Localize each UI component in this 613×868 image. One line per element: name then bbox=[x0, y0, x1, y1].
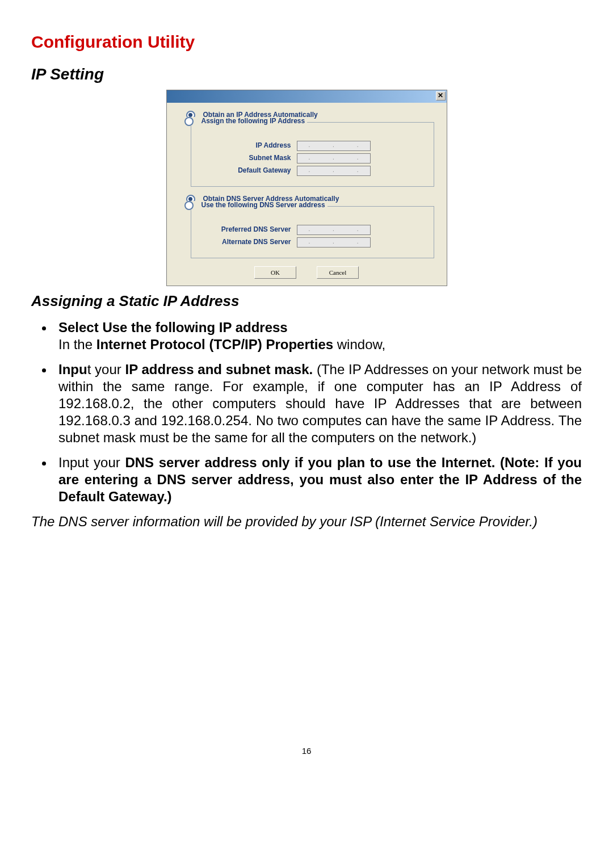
page-number: 16 bbox=[31, 746, 582, 757]
bullet-bold: Internet Protocol (TCP/IP) Properties bbox=[96, 337, 333, 352]
field-row-gateway: Default Gateway ... bbox=[200, 166, 425, 176]
field-row-ip-address: IP Address ... bbox=[200, 141, 425, 151]
field-label: Subnet Mask bbox=[200, 154, 297, 162]
fieldset-dns-manual: Use the following DNS Server address Pre… bbox=[191, 206, 434, 258]
field-label: Preferred DNS Server bbox=[200, 225, 297, 234]
radio-row-ip-manual[interactable]: Assign the following IP Address bbox=[184, 117, 308, 126]
subheading-assigning: Assigning a Static IP Address bbox=[31, 292, 582, 311]
section-heading: Configuration Utility bbox=[31, 31, 582, 53]
footer-note: The DNS server information will be provi… bbox=[31, 513, 582, 530]
cancel-button[interactable]: Cancel bbox=[317, 266, 359, 279]
field-label: Alternate DNS Server bbox=[200, 238, 297, 246]
bullet-bold: IP address and subnet mask. bbox=[125, 362, 313, 377]
bullet-text: In the bbox=[58, 337, 96, 352]
alternate-dns-input[interactable]: ... bbox=[297, 237, 371, 248]
field-row-subnet: Subnet Mask ... bbox=[200, 153, 425, 163]
bullet-bold: Inpu bbox=[58, 362, 87, 377]
dialog-body: Obtain an IP Address Automatically Assig… bbox=[167, 103, 447, 286]
dialog-container: ✕ Obtain an IP Address Automatically Ass… bbox=[31, 90, 582, 286]
gateway-input[interactable]: ... bbox=[297, 166, 371, 176]
bullet-text: t your bbox=[87, 362, 125, 377]
radio-label: Assign the following IP Address bbox=[201, 117, 305, 125]
radio-icon[interactable] bbox=[184, 201, 194, 210]
instruction-list: Select Use the following IP address In t… bbox=[31, 319, 582, 505]
subsection-heading: IP Setting bbox=[31, 64, 582, 84]
bullet-bold: Select Use the following IP address bbox=[58, 320, 288, 335]
fieldset-ip-manual: Assign the following IP Address IP Addre… bbox=[191, 122, 434, 187]
list-item: Input your DNS server address only if yo… bbox=[54, 454, 582, 505]
preferred-dns-input[interactable]: ... bbox=[297, 225, 371, 235]
subnet-mask-input[interactable]: ... bbox=[297, 153, 371, 163]
close-icon[interactable]: ✕ bbox=[436, 91, 446, 100]
radio-icon[interactable] bbox=[184, 117, 194, 126]
ip-setting-dialog: ✕ Obtain an IP Address Automatically Ass… bbox=[166, 90, 447, 286]
bullet-bold: DNS server address only if you plan to u… bbox=[58, 455, 582, 504]
radio-label: Use the following DNS Server address bbox=[201, 201, 325, 209]
radio-row-dns-manual[interactable]: Use the following DNS Server address bbox=[184, 201, 328, 210]
field-row-alt-dns: Alternate DNS Server ... bbox=[200, 237, 425, 248]
ok-button[interactable]: OK bbox=[254, 266, 296, 279]
field-label: Default Gateway bbox=[200, 166, 297, 175]
list-item: Select Use the following IP address In t… bbox=[54, 319, 582, 353]
list-item: Input your IP address and subnet mask. (… bbox=[54, 361, 582, 446]
field-label: IP Address bbox=[200, 141, 297, 150]
dialog-button-row: OK Cancel bbox=[177, 266, 436, 279]
ip-address-input[interactable]: ... bbox=[297, 141, 371, 151]
bullet-text: Input your bbox=[58, 455, 125, 470]
field-row-pref-dns: Preferred DNS Server ... bbox=[200, 225, 425, 235]
bullet-text: window, bbox=[333, 337, 385, 352]
dialog-titlebar: ✕ bbox=[167, 90, 447, 103]
